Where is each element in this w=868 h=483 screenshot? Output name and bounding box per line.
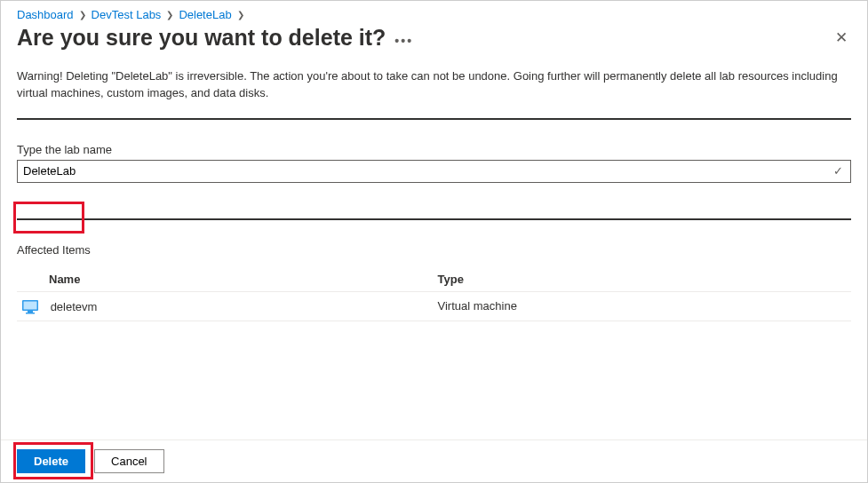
delete-button[interactable]: Delete: [17, 449, 85, 473]
column-header-name[interactable]: Name: [17, 267, 434, 292]
affected-items-title: Affected Items: [17, 243, 851, 257]
close-button[interactable]: ✕: [832, 27, 851, 49]
chevron-right-icon: ❯: [237, 10, 244, 20]
vm-icon: [22, 300, 38, 313]
more-icon[interactable]: •••: [394, 34, 413, 48]
page-header: Are you sure you want to delete it? ••• …: [1, 21, 867, 68]
check-icon: ✓: [833, 164, 843, 178]
breadcrumb-link[interactable]: DeleteLab: [179, 8, 231, 21]
cancel-button[interactable]: Cancel: [94, 449, 163, 473]
column-header-type[interactable]: Type: [434, 267, 852, 292]
svg-rect-1: [24, 302, 37, 310]
lab-name-input[interactable]: [23, 164, 824, 178]
affected-items-table: Name Type deletevm Virtu: [17, 267, 851, 321]
table-row[interactable]: deletevm Virtual machine: [17, 291, 851, 321]
close-icon: ✕: [835, 29, 848, 46]
lab-name-input-wrapper: ✓: [17, 160, 851, 183]
row-type: Virtual machine: [434, 291, 852, 321]
warning-message: Warning! Deleting "DeleteLab" is irrever…: [17, 68, 851, 102]
divider: [17, 118, 851, 120]
content-area: Warning! Deleting "DeleteLab" is irrever…: [1, 68, 867, 321]
breadcrumb-link[interactable]: DevTest Labs: [92, 8, 162, 21]
footer: Delete Cancel: [1, 439, 867, 482]
divider: [17, 218, 851, 220]
breadcrumb: Dashboard ❯ DevTest Labs ❯ DeleteLab ❯: [1, 1, 867, 21]
lab-name-label: Type the lab name: [17, 143, 851, 156]
page-title: Are you sure you want to delete it? •••: [17, 25, 413, 51]
row-name: deletevm: [51, 300, 98, 313]
page-title-text: Are you sure you want to delete it?: [17, 25, 386, 51]
chevron-right-icon: ❯: [166, 10, 173, 20]
chevron-right-icon: ❯: [79, 10, 86, 20]
svg-rect-2: [28, 311, 33, 313]
svg-rect-3: [26, 313, 35, 314]
breadcrumb-link[interactable]: Dashboard: [17, 8, 74, 21]
